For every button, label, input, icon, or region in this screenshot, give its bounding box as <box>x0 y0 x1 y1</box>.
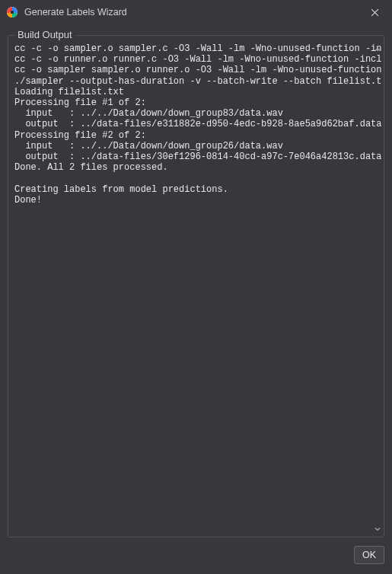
dialog-footer: OK <box>8 537 384 566</box>
group-label: Build Output <box>14 29 75 40</box>
chevron-up-icon <box>374 46 381 53</box>
titlebar: Generate Labels Wizard <box>0 0 392 24</box>
ok-button[interactable]: OK <box>354 546 384 564</box>
scroll-up-button[interactable] <box>372 43 383 56</box>
window-title: Generate Labels Wizard <box>24 7 358 18</box>
svg-point-1 <box>11 11 14 14</box>
scroll-down-button[interactable] <box>372 523 383 535</box>
chevron-down-icon <box>374 526 381 532</box>
close-button[interactable] <box>358 0 392 24</box>
build-output-text[interactable]: cc -c -o sampler.o sampler.c -O3 -Wall -… <box>10 43 382 535</box>
dialog-window: Generate Labels Wizard Build Output cc -… <box>0 0 392 574</box>
close-icon <box>371 8 379 17</box>
client-area: Build Output cc -c -o sampler.o sampler.… <box>0 24 392 574</box>
vertical-scrollbar[interactable] <box>372 43 383 535</box>
build-output-group: Build Output cc -c -o sampler.o sampler.… <box>8 35 384 537</box>
app-icon <box>6 6 18 18</box>
output-viewport: cc -c -o sampler.o sampler.c -O3 -Wall -… <box>10 43 382 535</box>
